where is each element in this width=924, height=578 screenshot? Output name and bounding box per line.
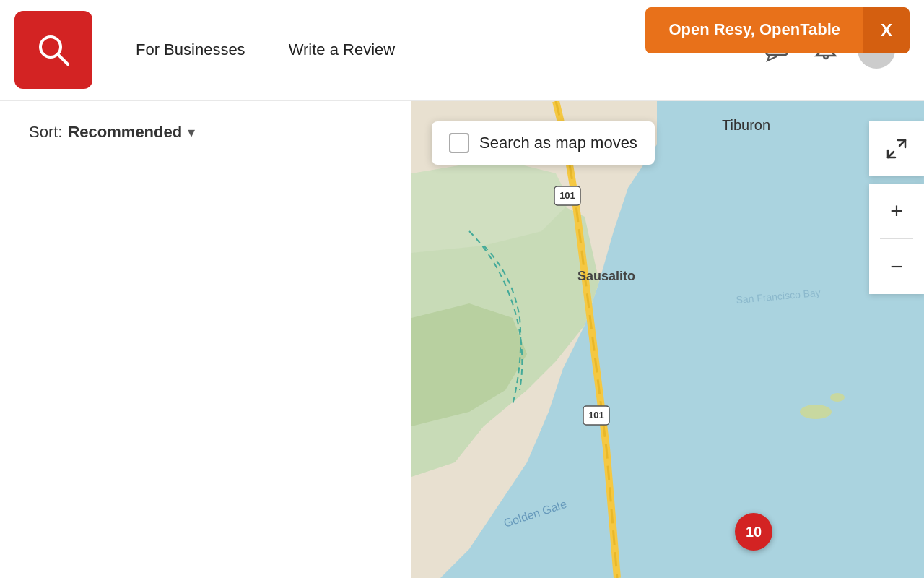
map-marker[interactable]: 10 <box>735 513 772 551</box>
zoom-out-button[interactable]: − <box>869 239 924 294</box>
map-marker-count: 10 <box>746 524 762 540</box>
expand-icon <box>885 137 908 160</box>
search-as-map-moves-label: Search as map moves <box>479 134 637 152</box>
notification-text[interactable]: Open Resy, OpenTable <box>645 7 863 53</box>
main-layout: Sort: Recommended ▾ 101 <box>0 101 924 578</box>
nav-write-review[interactable]: Write a Review <box>289 40 396 59</box>
svg-point-19 <box>830 393 845 402</box>
svg-line-1 <box>58 54 68 64</box>
chevron-down-icon: ▾ <box>188 124 195 141</box>
sidebar: Sort: Recommended ▾ <box>0 101 411 578</box>
search-as-map-moves-control[interactable]: Search as map moves <box>432 121 655 165</box>
nav-for-businesses[interactable]: For Businesses <box>136 40 245 59</box>
sort-label: Sort: <box>29 123 62 142</box>
search-button[interactable] <box>14 11 92 89</box>
header: For Businesses Write a Review Open Resy,… <box>0 0 924 101</box>
zoom-in-button[interactable]: + <box>869 184 924 238</box>
map-zoom-controls: + − <box>869 184 924 294</box>
map-area[interactable]: 101 101 Sausalito Tiburon Golden Gate Sa… <box>411 101 924 578</box>
svg-text:Sausalito: Sausalito <box>578 269 635 283</box>
map-background: 101 101 Sausalito Tiburon Golden Gate Sa… <box>411 101 924 578</box>
svg-text:Tiburon: Tiburon <box>722 117 770 133</box>
sort-control[interactable]: Sort: Recommended ▾ <box>29 123 382 142</box>
notification-close-button[interactable]: X <box>863 7 910 53</box>
sort-value: Recommended <box>68 123 182 142</box>
svg-point-18 <box>800 405 832 419</box>
map-expand-button[interactable] <box>869 121 924 176</box>
search-icon <box>35 31 72 69</box>
svg-text:101: 101 <box>588 410 604 420</box>
svg-text:101: 101 <box>559 190 575 201</box>
search-as-map-moves-checkbox[interactable] <box>449 133 469 153</box>
notification-banner: Open Resy, OpenTable X <box>645 7 910 53</box>
